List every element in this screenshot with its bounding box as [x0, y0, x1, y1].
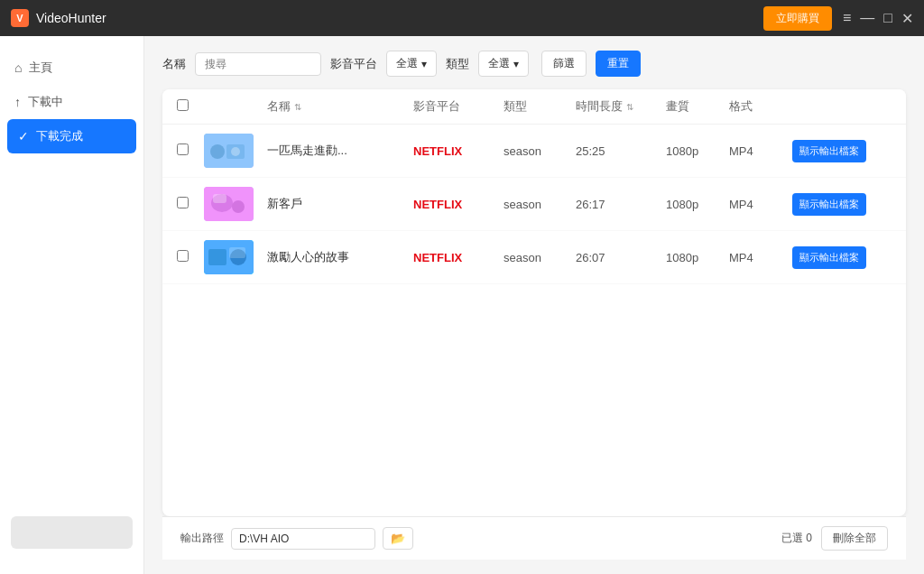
row-2-platform: NETFLIX	[413, 198, 504, 211]
thumbnail-img-1	[204, 134, 254, 168]
show-file-button-1[interactable]: 顯示輸出檔案	[792, 140, 866, 162]
sort-icon: ⇅	[294, 102, 301, 112]
row-2-name: 新客戶	[267, 196, 413, 212]
download-icon: ↑	[14, 95, 21, 109]
sidebar-item-downloading[interactable]: ↑ 下載中	[0, 85, 143, 119]
row-2-thumbnail	[204, 187, 267, 221]
close-icon[interactable]: ✕	[901, 10, 913, 27]
chevron-down-icon-2: ▾	[513, 58, 519, 70]
filter-button[interactable]: 篩選	[541, 51, 587, 77]
table-body: 一匹馬走進勸... NETFLIX season 25:25 1080p MP4…	[162, 125, 906, 516]
reset-button[interactable]: 重置	[596, 51, 641, 77]
sidebar-item-downloaded[interactable]: ✓ 下載完成	[7, 119, 136, 153]
svg-point-6	[232, 200, 245, 213]
row-3-checkbox[interactable]	[177, 250, 189, 262]
netflix-label-2: NETFLIX	[413, 198, 462, 211]
maximize-icon[interactable]: □	[883, 10, 892, 27]
table-row: 一匹馬走進勸... NETFLIX season 25:25 1080p MP4…	[162, 125, 906, 178]
type-select[interactable]: 全選 ▾	[478, 51, 529, 77]
row-2-type: season	[504, 198, 576, 211]
row-2-format: MP4	[729, 198, 792, 211]
check-icon: ✓	[18, 129, 29, 144]
toolbar: 名稱 影音平台 全選 ▾ 類型 全選 ▾ 篩選 重置	[162, 51, 906, 77]
row-1-quality: 1080p	[666, 144, 729, 158]
show-file-button-3[interactable]: 顯示輸出檔案	[792, 246, 866, 269]
table-container: 名稱 ⇅ 影音平台 類型 時間長度 ⇅ 畫質 格式	[162, 89, 906, 516]
selected-label: 已選	[781, 532, 803, 544]
sort-duration-icon: ⇅	[626, 102, 633, 112]
output-path-input[interactable]	[231, 528, 375, 550]
table-header: 名稱 ⇅ 影音平台 類型 時間長度 ⇅ 畫質 格式	[162, 89, 906, 125]
row-1-duration: 25:25	[576, 144, 666, 158]
svg-rect-7	[213, 194, 226, 203]
table-row: 激勵人心的故事 NETFLIX season 26:07 1080p MP4 顯…	[162, 231, 906, 284]
svg-point-1	[210, 144, 225, 159]
row-3-action: 顯示輸出檔案	[792, 246, 892, 269]
folder-button[interactable]: 📂	[383, 527, 413, 550]
delete-all-button[interactable]: 刪除全部	[821, 526, 888, 551]
row-2-duration: 26:17	[576, 198, 666, 211]
row-2-action: 顯示輸出檔案	[792, 193, 892, 216]
titlebar-right: 立即購買 ≡ — □ ✕	[763, 6, 913, 31]
row-3-duration: 26:07	[576, 251, 666, 264]
row-3-platform: NETFLIX	[413, 251, 504, 264]
home-icon: ⌂	[14, 60, 22, 75]
selected-number: 0	[806, 532, 812, 544]
platform-label: 影音平台	[330, 56, 377, 72]
menu-icon[interactable]: ≡	[843, 10, 851, 27]
sidebar-bottom-block	[11, 516, 133, 549]
select-all-checkbox[interactable]	[177, 99, 189, 111]
row-3-name: 激勵人心的故事	[267, 249, 413, 265]
main-content: 名稱 影音平台 全選 ▾ 類型 全選 ▾ 篩選 重置	[144, 36, 924, 574]
svg-rect-11	[229, 247, 245, 258]
row-checkbox-3	[177, 249, 204, 265]
row-2-quality: 1080p	[666, 198, 729, 211]
folder-icon: 📂	[391, 532, 405, 545]
row-1-platform: NETFLIX	[413, 144, 504, 158]
row-1-type: season	[504, 144, 576, 158]
sidebar-label-home: 主頁	[29, 60, 52, 76]
footer-left: 輸出路徑 📂	[180, 527, 413, 550]
selected-count: 已選 0	[781, 531, 812, 546]
thumbnail-img-3	[204, 240, 254, 274]
th-duration-label: 時間長度	[576, 99, 623, 113]
th-quality: 畫質	[666, 98, 729, 115]
name-label: 名稱	[162, 56, 186, 72]
netflix-label-1: NETFLIX	[413, 144, 462, 158]
netflix-label-3: NETFLIX	[413, 251, 462, 264]
sidebar-label-downloaded: 下載完成	[36, 128, 83, 144]
svg-point-3	[231, 147, 240, 156]
row-1-name: 一匹馬走進勸...	[267, 143, 413, 159]
row-1-format: MP4	[729, 144, 792, 158]
window-controls: ≡ — □ ✕	[843, 10, 913, 27]
output-label: 輸出路徑	[180, 531, 224, 546]
titlebar-left: V VideoHunter	[11, 9, 106, 27]
row-1-checkbox[interactable]	[177, 144, 189, 155]
row-1-thumbnail	[204, 134, 267, 168]
show-file-button-2[interactable]: 顯示輸出檔案	[792, 193, 866, 216]
app-logo: V	[11, 9, 29, 27]
row-1-action: 顯示輸出檔案	[792, 140, 892, 162]
th-platform: 影音平台	[413, 98, 504, 115]
type-label: 類型	[446, 56, 469, 72]
sidebar: ⌂ 主頁 ↑ 下載中 ✓ 下載完成	[0, 36, 144, 574]
sidebar-item-home[interactable]: ⌂ 主頁	[0, 51, 143, 85]
footer-right: 已選 0 刪除全部	[781, 526, 888, 551]
svg-rect-9	[208, 249, 226, 265]
purchase-button[interactable]: 立即購買	[763, 6, 832, 31]
row-2-checkbox[interactable]	[177, 197, 189, 208]
sidebar-label-downloading: 下載中	[28, 94, 63, 110]
row-3-type: season	[504, 251, 576, 264]
minimize-icon[interactable]: —	[860, 10, 874, 27]
type-value: 全選	[488, 56, 510, 71]
header-checkbox-cell	[177, 98, 204, 115]
app-title: VideoHunter	[36, 11, 106, 25]
platform-select[interactable]: 全選 ▾	[386, 51, 437, 77]
search-input[interactable]	[195, 52, 321, 76]
thumbnail-img-2	[204, 187, 254, 221]
th-name-label: 名稱	[267, 99, 291, 113]
row-checkbox-1	[177, 143, 204, 159]
th-duration: 時間長度 ⇅	[576, 98, 666, 115]
row-3-thumbnail	[204, 240, 267, 274]
row-checkbox-2	[177, 196, 204, 212]
